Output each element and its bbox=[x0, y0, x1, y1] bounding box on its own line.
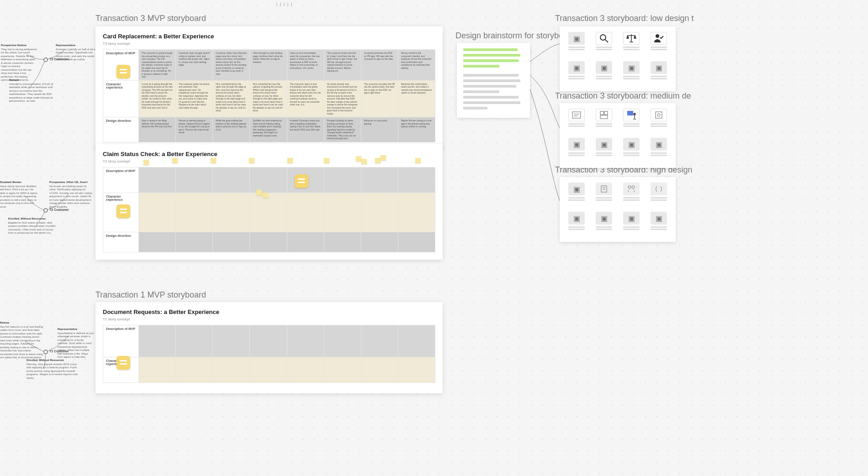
hub-t2-customer[interactable] bbox=[43, 208, 48, 213]
thumb-grid-high[interactable]: ▣ ▣ ▣ ▣ ▣ bbox=[560, 177, 676, 242]
storyboard-t2-table: Description of MVP Character experience … bbox=[103, 167, 435, 252]
mini-sticky-icon[interactable] bbox=[287, 158, 293, 163]
t3-desc-cell: Open up and immediately sees the compact… bbox=[290, 52, 321, 69]
t3-exp-cell: He reads several new instructions to him… bbox=[327, 83, 358, 115]
image-icon: ▣ bbox=[623, 61, 640, 74]
thumb-image[interactable]: ▣ bbox=[565, 138, 588, 162]
mindmap-node-retiree[interactable]: Retiree Has full reasons to trust and fe… bbox=[0, 321, 43, 360]
mindmap-node-body: He knows and feeling weak for more. Part… bbox=[49, 185, 93, 209]
mini-sticky-icon[interactable] bbox=[375, 158, 381, 163]
storyboard-t1[interactable]: Document Requests: a Better Experience T… bbox=[95, 302, 443, 393]
thumb-search[interactable] bbox=[593, 32, 615, 57]
t3-exp-cell: Is now he is going through the onboardin… bbox=[142, 83, 173, 110]
thumb-image[interactable]: ▣ bbox=[620, 212, 643, 236]
thumb-image[interactable]: ▣ bbox=[593, 138, 615, 162]
t3-dir-cell: Scuffled not start drawing for 'each sou… bbox=[253, 119, 284, 137]
sticky-note-icon[interactable] bbox=[295, 174, 308, 188]
t3-exp-cell: He's overwhelmed now the options of gett… bbox=[253, 83, 284, 112]
mindmap-node-body: Has full reasons to trust and feeling co… bbox=[0, 325, 43, 360]
brainstorm-note[interactable] bbox=[457, 43, 530, 118]
thumb-image[interactable]: ▣ bbox=[565, 212, 588, 236]
thumb-sketch[interactable] bbox=[593, 109, 615, 133]
hub-t1-customer[interactable] bbox=[43, 350, 48, 354]
thumb-image[interactable]: ▣ bbox=[593, 61, 615, 86]
t3-dir-cell: Maybe 4th pen coding a in the gap in the… bbox=[401, 119, 432, 128]
sticky-note-icon[interactable] bbox=[116, 356, 130, 370]
mini-sticky-icon[interactable] bbox=[381, 155, 386, 161]
t3-exp-cell: He's overwhelmed by the sight; into thro… bbox=[216, 83, 247, 112]
svg-line-16 bbox=[635, 119, 636, 120]
image-icon: ▣ bbox=[568, 212, 585, 225]
mindmap-node-title: Representative bbox=[56, 44, 97, 47]
thumb-image[interactable]: ▣ bbox=[647, 138, 670, 162]
svg-point-22 bbox=[628, 186, 631, 188]
mindmap-node-title: Retiree bbox=[0, 321, 43, 325]
section-label-t3-med: Transaction 3 storyboard: medium de bbox=[555, 91, 691, 101]
mindmap-node-spouse[interactable]: Spouse Included a communication of both … bbox=[9, 78, 55, 103]
image-icon: ▣ bbox=[623, 138, 640, 151]
thumb-grid-low[interactable]: ▣ ▣ ▣ ▣ ▣ bbox=[560, 26, 676, 91]
image-icon: ▣ bbox=[568, 138, 585, 151]
thumb-sketch-high[interactable] bbox=[620, 183, 643, 207]
mini-sticky-icon[interactable] bbox=[324, 158, 329, 163]
highlight-line bbox=[463, 54, 520, 57]
thumb-sketch-high[interactable] bbox=[593, 183, 615, 207]
thumb-person-check[interactable] bbox=[647, 32, 670, 57]
mindmap-node-representative[interactable]: Representative Arranges typically on hal… bbox=[56, 44, 97, 62]
thumb-sketch[interactable] bbox=[565, 109, 588, 133]
thumb-image[interactable]: ▣ bbox=[565, 32, 588, 57]
mini-sticky-icon[interactable] bbox=[249, 158, 254, 163]
thumb-image[interactable]: ▣ bbox=[620, 138, 643, 162]
thumb-image[interactable]: ▣ bbox=[565, 61, 588, 86]
storyboard-t1-table: Description of MVP Character experience bbox=[103, 325, 435, 383]
svg-line-15 bbox=[633, 119, 635, 120]
thumb-grid-medium[interactable]: ▣ ▣ ▣ ▣ bbox=[560, 103, 676, 168]
sticky-note-icon[interactable] bbox=[116, 65, 130, 78]
thumb-sketch-high[interactable] bbox=[647, 183, 670, 207]
mindmap-node-disabled-worker[interactable]: Disabled Worker Have utterly become disa… bbox=[0, 181, 39, 209]
t3-dir-cell: Stay in sitting in his filing cabinet. H… bbox=[142, 119, 173, 128]
highlight-line bbox=[463, 65, 499, 68]
thumb-image[interactable]: ▣ bbox=[565, 183, 588, 207]
section-label-t3-low: Transaction 3 storyboard: low design t bbox=[555, 14, 694, 23]
storyboard-t3[interactable]: Card Replacement: a Better Experience T3… bbox=[95, 26, 443, 150]
mindmap-node-enrolled-t2[interactable]: Enrolled, Without Resources Eligible for… bbox=[8, 217, 58, 235]
thumb-image[interactable]: ▣ bbox=[620, 61, 643, 86]
svg-point-23 bbox=[632, 186, 635, 188]
t3-dir-cell: 4-sketch Growing a twice pos with a head… bbox=[290, 119, 321, 131]
mindmap-node-prospective-other[interactable]: Prospective, Other US, Aren't He knows a… bbox=[49, 181, 93, 209]
storyboard-t2[interactable]: Claim Status Check: a Better Experience … bbox=[95, 144, 443, 260]
thumb-scales[interactable] bbox=[620, 32, 643, 57]
t3-dir-cell: Minimum or most point signing. bbox=[364, 119, 395, 125]
mini-sticky-icon[interactable] bbox=[361, 159, 367, 164]
hub-t3-customer[interactable] bbox=[43, 58, 48, 62]
image-icon: ▣ bbox=[651, 212, 667, 225]
thumb-present[interactable] bbox=[620, 109, 643, 133]
mindmap-node-title: Prospective Retiree bbox=[1, 44, 37, 47]
thumb-sketch[interactable] bbox=[647, 109, 670, 133]
t3-desc-cell: Customer previews the PDF on PR app. HR … bbox=[364, 52, 395, 61]
thumb-image[interactable]: ▣ bbox=[647, 61, 670, 86]
mini-sticky-icon[interactable] bbox=[415, 158, 421, 163]
thumb-image[interactable]: ▣ bbox=[647, 212, 670, 236]
mindmap-node-representative-t1[interactable]: Representative Hypothetical is defined a… bbox=[58, 328, 94, 359]
highlight-line bbox=[463, 48, 518, 51]
mini-sticky-icon[interactable] bbox=[172, 158, 178, 163]
mindmap-node-title: Representative bbox=[58, 328, 94, 331]
mini-sticky-icon[interactable] bbox=[143, 160, 149, 165]
mini-sticky-icon[interactable] bbox=[356, 156, 361, 162]
mindmap-node-prospective-retiree[interactable]: Prospective Retiree They had a strong pr… bbox=[1, 44, 37, 82]
mini-sticky-icon[interactable] bbox=[263, 193, 268, 198]
thumb-image[interactable]: ▣ bbox=[593, 212, 615, 236]
mini-sticky-icon[interactable] bbox=[256, 190, 262, 195]
text-line bbox=[463, 107, 487, 110]
storyboard-t2-row-direction-label: Design direction bbox=[103, 232, 139, 252]
t3-desc-cell: The customer enters the info in 1-step 1… bbox=[327, 52, 358, 73]
mini-sticky-icon[interactable] bbox=[211, 158, 216, 163]
svg-rect-12 bbox=[627, 111, 633, 115]
sticky-note-icon[interactable] bbox=[116, 204, 130, 218]
mindmap-node-enrolled-t1[interactable]: Enrolled, Without Resources Morning, shi… bbox=[26, 359, 79, 380]
text-line bbox=[463, 96, 519, 99]
ruler-marks bbox=[276, 0, 300, 5]
mindmap-node-body: Have utterly become disabled, will harm.… bbox=[0, 185, 39, 209]
